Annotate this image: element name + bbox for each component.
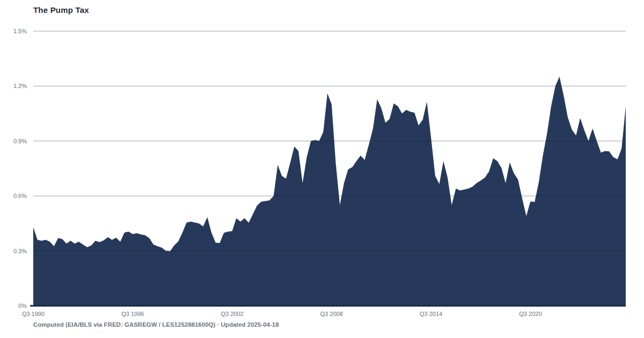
y-tick-label: 0.3%: [13, 248, 27, 254]
x-tick-label: Q3 2008: [320, 311, 343, 317]
pump-tax-area-chart: 0%0.3%0.6%0.9%1.2%1.5% Q3 1990Q3 1996Q3 …: [0, 0, 644, 338]
area-fill: [33, 77, 626, 306]
y-tick-label: 0.9%: [13, 138, 27, 144]
x-tick-label: Q3 1996: [121, 311, 144, 317]
x-tick-label: Q3 2020: [519, 311, 541, 317]
x-tick-label: Q3 2014: [420, 311, 442, 317]
source-footnote: Computed (EIA/BLS via FRED: GASREGW / LE…: [33, 321, 279, 328]
y-tick-label: 1.2%: [13, 83, 27, 89]
x-tick-label: Q3 2002: [221, 311, 243, 317]
y-tick-label: 0.6%: [13, 193, 27, 199]
y-tick-label: 1.5%: [13, 28, 27, 34]
x-axis-tick-labels: Q3 1990Q3 1996Q3 2002Q3 2008Q3 2014Q3 20…: [22, 311, 542, 317]
x-tick-label: Q3 1990: [22, 311, 45, 317]
y-axis-tick-labels: 0%0.3%0.6%0.9%1.2%1.5%: [13, 28, 27, 309]
y-tick-label: 0%: [18, 303, 27, 309]
area-series: [33, 77, 626, 306]
pump-tax-page: { "header": { "title": "The Pump Tax" },…: [0, 0, 644, 338]
